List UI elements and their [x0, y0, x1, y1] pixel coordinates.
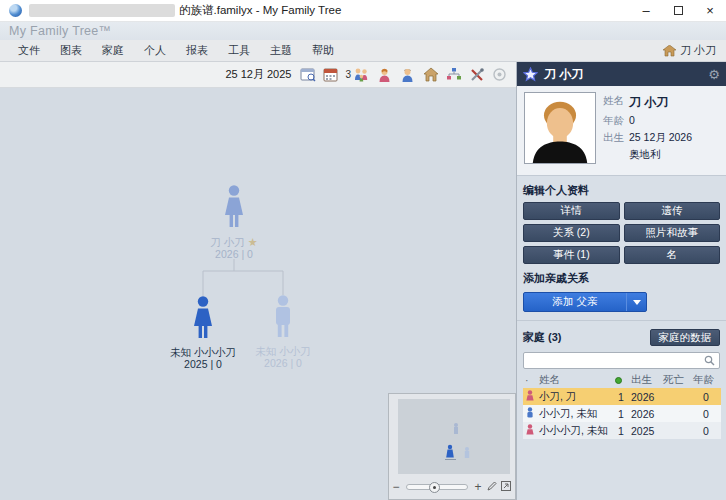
cell-name: 小小小刀, 未知	[537, 422, 613, 439]
app-icon	[9, 4, 22, 17]
col-death[interactable]: 死亡	[661, 372, 691, 388]
chart-icon[interactable]	[445, 66, 462, 83]
cell-death	[661, 388, 691, 405]
zoom-slider-thumb[interactable]	[429, 482, 440, 493]
family-section-title: 家庭 (3)	[523, 330, 650, 345]
node-detail: 2025 | 0	[158, 358, 248, 370]
family-icon[interactable]	[353, 66, 370, 83]
add-father-button[interactable]: 添加 父亲	[523, 292, 647, 312]
family-table-header[interactable]: · 姓名 出生 死亡 年龄	[523, 372, 721, 388]
maximize-button[interactable]	[662, 0, 694, 22]
edit-profile-section-title: 编辑个人资料	[517, 176, 726, 202]
names-button[interactable]: 名	[624, 246, 721, 264]
home-person-name: 刀 小刀	[680, 43, 716, 58]
home-tool-icon[interactable]	[422, 66, 439, 83]
cell-marker: 1	[613, 405, 629, 422]
cell-death	[661, 422, 691, 439]
sidebar-person-name: 刀 小刀	[544, 66, 702, 83]
female-person-icon	[525, 390, 535, 401]
node-label: 未知 小小刀	[238, 345, 328, 357]
calendar-icon[interactable]	[322, 66, 339, 83]
menu-themes[interactable]: 主题	[260, 41, 302, 60]
current-date: 25 12月 2025	[225, 67, 291, 82]
family-count: 3	[345, 69, 351, 80]
genetics-button[interactable]: 遗传	[624, 202, 721, 220]
family-row-selected[interactable]: 小刀, 刀 1 2026 0	[523, 388, 721, 405]
node-name: 刀 小刀	[210, 236, 244, 248]
cell-age: 0	[691, 388, 721, 405]
home-person-indicator[interactable]: 刀 小刀	[663, 43, 718, 58]
cell-name: 小刀, 刀	[537, 388, 613, 405]
family-search-input[interactable]	[524, 354, 704, 367]
woman-icon[interactable]	[376, 66, 393, 83]
family-row[interactable]: 小小小刀, 未知 1 2025 0	[523, 422, 721, 439]
cell-death	[661, 405, 691, 422]
avatar-silhouette	[525, 93, 595, 163]
brand-text: My Family Tree™	[9, 24, 111, 38]
chevron-down-icon	[633, 300, 641, 305]
app-brand-header: My Family Tree™	[0, 22, 726, 40]
profile-photo[interactable]	[524, 92, 596, 164]
node-detail: 2026 | 0	[238, 357, 328, 369]
living-dot-icon	[615, 377, 622, 384]
menu-file[interactable]: 文件	[8, 41, 50, 60]
cell-birth: 2026	[629, 405, 661, 422]
zoom-out-button[interactable]: −	[389, 480, 403, 494]
menu-charts[interactable]: 图表	[50, 41, 92, 60]
settings-icon[interactable]	[491, 66, 508, 83]
menu-tools[interactable]: 工具	[218, 41, 260, 60]
col-living-icon[interactable]	[613, 372, 629, 388]
canvas-toolbar: 25 12月 2025 3	[0, 62, 516, 88]
menu-help[interactable]: 帮助	[302, 41, 344, 60]
tree-canvas[interactable]: 25 12月 2025 3	[0, 62, 516, 500]
field-value-birthplace: 奥地利	[629, 148, 661, 162]
edit-layout-button[interactable]	[485, 480, 499, 495]
zoom-slider[interactable]	[406, 484, 468, 490]
details-button[interactable]: 详情	[523, 202, 620, 220]
col-age[interactable]: 年龄	[691, 372, 721, 388]
cell-marker: 1	[613, 422, 629, 439]
family-section-header: 家庭 (3) 家庭的数据	[517, 320, 726, 349]
date-navigator-icon[interactable]	[299, 66, 316, 83]
redacted-filename	[29, 4, 175, 17]
minimize-button[interactable]: –	[630, 0, 662, 22]
minimap-panel: − +	[388, 393, 516, 500]
family-row[interactable]: 小小刀, 未知 1 2026 0	[523, 405, 721, 422]
family-data-button[interactable]: 家庭的数据	[650, 329, 721, 346]
tools-icon[interactable]	[468, 66, 485, 83]
minimap-view[interactable]	[398, 399, 510, 474]
sort-indicator: ·	[523, 372, 537, 388]
field-label-age: 年龄	[603, 114, 629, 128]
tree-node-child-right[interactable]: 未知 小小刀 2026 | 0	[238, 295, 328, 369]
add-relative-dropdown[interactable]	[626, 293, 646, 311]
titlebar: 的族谱.familyx - My Family Tree – ×	[0, 0, 726, 22]
tree-node-root[interactable]: 刀 小刀 ★ 2026 | 0	[189, 184, 279, 260]
menu-reports[interactable]: 报表	[176, 41, 218, 60]
menu-person[interactable]: 个人	[134, 41, 176, 60]
app-window: 的族谱.familyx - My Family Tree – × My Fami…	[0, 0, 726, 500]
menu-family[interactable]: 家庭	[92, 41, 134, 60]
close-button[interactable]: ×	[694, 0, 726, 22]
sidebar-person-header: 刀 小刀 ⚙	[517, 62, 726, 86]
photos-stories-button[interactable]: 照片和故事	[624, 224, 721, 242]
profile-card: 姓名刀 小刀 年龄0 出生25 12月 2026 奥地利	[517, 86, 726, 176]
female-figure-icon	[190, 296, 216, 344]
col-birth[interactable]: 出生	[629, 372, 661, 388]
man-icon[interactable]	[399, 66, 416, 83]
fit-to-window-button[interactable]	[499, 480, 513, 495]
relationships-button[interactable]: 关系 (2)	[523, 224, 620, 242]
zoom-in-button[interactable]: +	[471, 480, 485, 494]
star-icon	[523, 67, 538, 82]
events-button[interactable]: 事件 (1)	[523, 246, 620, 264]
maximize-icon	[674, 6, 683, 15]
male-figure-icon	[270, 295, 296, 343]
col-name[interactable]: 姓名	[537, 372, 613, 388]
cell-name: 小小刀, 未知	[537, 405, 613, 422]
field-value-birth: 25 12月 2026	[629, 131, 692, 145]
gear-icon[interactable]: ⚙	[708, 67, 720, 82]
tree-node-child-left[interactable]: 未知 小小小刀 2025 | 0	[158, 296, 248, 370]
female-figure-icon	[221, 184, 247, 234]
field-label-name: 姓名	[603, 94, 629, 111]
pencil-icon	[486, 480, 498, 492]
minimap-figures	[398, 399, 510, 474]
